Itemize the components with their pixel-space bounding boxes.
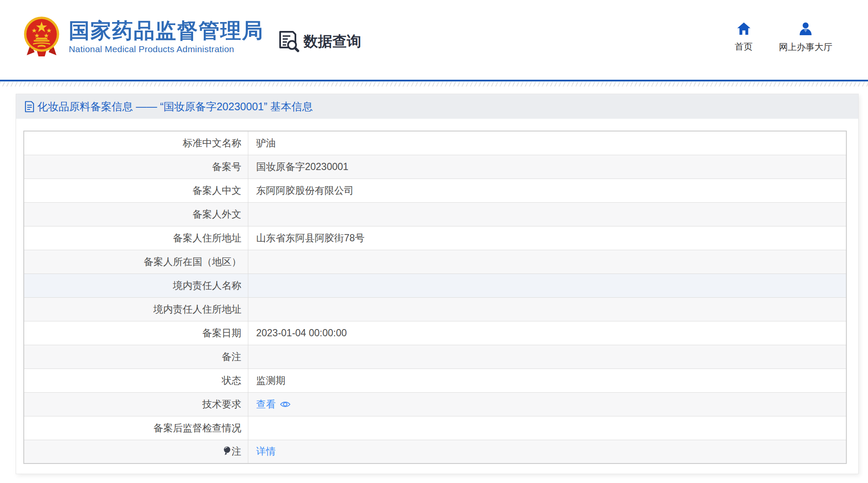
row-value: 监测期 <box>248 369 846 392</box>
home-icon <box>737 22 751 35</box>
row-label-text: 备案人住所地址 <box>173 232 242 243</box>
row-label-text: 境内责任人名称 <box>173 280 242 291</box>
row-label-text: 备案后监督检查情况 <box>154 422 242 433</box>
row-value: 查看 <box>248 392 846 416</box>
table-row: 境内责任人名称 <box>24 274 846 297</box>
table-row: 备注 <box>24 345 846 369</box>
bulb-icon <box>223 446 230 456</box>
table-row: 备案人中文东阿阿胶股份有限公司 <box>24 179 846 202</box>
row-label-text: 境内责任人住所地址 <box>154 304 242 315</box>
nav-home-label: 首页 <box>735 41 753 53</box>
eye-icon <box>280 400 291 408</box>
nav-service-hall[interactable]: 网上办事大厅 <box>779 22 832 53</box>
table-row: 技术要求查看 <box>24 392 846 416</box>
row-label-text: 备案号 <box>212 161 242 172</box>
row-label-text: 备案人中文 <box>193 185 242 196</box>
table-row: 标准中文名称驴油 <box>24 131 846 155</box>
row-label-text: 技术要求 <box>202 399 242 410</box>
nav-service-hall-label: 网上办事大厅 <box>779 41 832 53</box>
row-label: 备案人中文 <box>24 179 248 202</box>
site-title-cn: 国家药品监督管理局 <box>69 20 264 42</box>
note-details-link[interactable]: 详情 <box>256 445 276 458</box>
row-value <box>248 274 846 297</box>
row-value: 东阿阿胶股份有限公司 <box>248 179 846 202</box>
data-query-tab[interactable]: 数据查询 <box>277 29 361 54</box>
row-value <box>248 345 846 369</box>
row-label-text: 状态 <box>222 375 242 386</box>
row-label: 备案人外文 <box>24 202 248 226</box>
row-label: 注 <box>24 440 248 463</box>
document-icon <box>25 101 34 112</box>
row-label-text: 备注 <box>222 351 242 362</box>
nav-home[interactable]: 首页 <box>735 22 753 53</box>
nmpa-logo[interactable]: 国家药品监督管理局 National Medical Products Admi… <box>22 15 264 59</box>
table-row: 注详情 <box>24 440 846 463</box>
row-label-text: 注 <box>232 446 242 457</box>
row-label: 备案人住所地址 <box>24 226 248 250</box>
table-row: 状态监测期 <box>24 369 846 392</box>
document-search-icon <box>277 31 300 53</box>
table-row: 备案人外文 <box>24 202 846 226</box>
table-row: 备案号国妆原备字20230001 <box>24 155 846 179</box>
row-label-text: 备案日期 <box>202 327 242 338</box>
row-label: 状态 <box>24 369 248 392</box>
table-row: 境内责任人住所地址 <box>24 297 846 321</box>
table-row: 备案人所在国（地区） <box>24 250 846 274</box>
row-label: 备案日期 <box>24 321 248 345</box>
link-text: 详情 <box>256 445 276 458</box>
row-value <box>248 297 846 321</box>
content-panel: 化妆品原料备案信息 —— “国妆原备字20230001” 基本信息 标准中文名称… <box>16 94 859 474</box>
view-tech-requirements-link[interactable]: 查看 <box>256 398 291 411</box>
table-row: 备案后监督检查情况 <box>24 416 846 440</box>
site-header: 国家药品监督管理局 National Medical Products Admi… <box>0 0 868 80</box>
row-value <box>248 250 846 274</box>
row-label: 备案后监督检查情况 <box>24 416 248 440</box>
header-nav: 首页 网上办事大厅 <box>735 22 832 53</box>
row-value: 详情 <box>248 440 846 463</box>
link-text: 查看 <box>256 398 276 411</box>
row-value <box>248 416 846 440</box>
row-value <box>248 202 846 226</box>
row-label-text: 备案人所在国（地区） <box>144 256 242 267</box>
header-divider <box>0 80 868 81</box>
row-value: 驴油 <box>248 131 846 155</box>
panel-title-text: 化妆品原料备案信息 —— “国妆原备字20230001” 基本信息 <box>37 100 313 114</box>
row-label: 备案人所在国（地区） <box>24 250 248 274</box>
table-row: 备案日期2023-01-04 00:00:00 <box>24 321 846 345</box>
row-label: 境内责任人名称 <box>24 274 248 297</box>
row-value: 山东省东阿县阿胶街78号 <box>248 226 846 250</box>
row-label: 技术要求 <box>24 392 248 416</box>
panel-title-bar: 化妆品原料备案信息 —— “国妆原备字20230001” 基本信息 <box>16 94 858 119</box>
row-label-text: 备案人外文 <box>193 209 242 220</box>
row-label-text: 标准中文名称 <box>183 137 242 148</box>
row-label: 标准中文名称 <box>24 131 248 155</box>
national-emblem-icon <box>22 15 61 59</box>
row-label: 备案号 <box>24 155 248 179</box>
row-label: 备注 <box>24 345 248 369</box>
row-label: 境内责任人住所地址 <box>24 297 248 321</box>
site-title-en: National Medical Products Administration <box>69 44 264 54</box>
row-value: 国妆原备字20230001 <box>248 155 846 179</box>
table-row: 备案人住所地址山东省东阿县阿胶街78号 <box>24 226 846 250</box>
hatch-strip <box>0 82 868 87</box>
logo-text: 国家药品监督管理局 National Medical Products Admi… <box>69 20 264 55</box>
data-query-label: 数据查询 <box>303 32 361 51</box>
detail-table: 标准中文名称驴油备案号国妆原备字20230001备案人中文东阿阿胶股份有限公司备… <box>23 131 847 464</box>
user-icon <box>798 22 813 36</box>
row-value: 2023-01-04 00:00:00 <box>248 321 846 345</box>
